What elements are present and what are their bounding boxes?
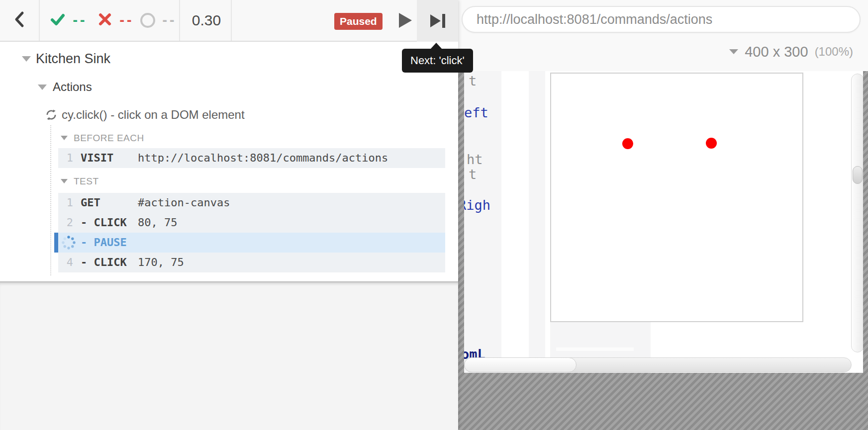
spinner-icon	[61, 235, 76, 253]
command-name: VISIT	[81, 148, 113, 168]
aut-iframe: t eft ht t Righ omL	[464, 71, 863, 373]
code-fragment: Righ	[464, 197, 490, 213]
command-number: 1	[60, 148, 73, 168]
play-icon	[399, 13, 412, 28]
toolbar-divider	[39, 0, 40, 41]
command-args: #action-canvas	[138, 193, 230, 213]
circle-icon	[140, 13, 155, 28]
suite-actions[interactable]: Actions	[0, 79, 458, 95]
horizontal-scrollbar-thumb[interactable]	[464, 357, 577, 372]
command-args: 80, 75	[138, 213, 177, 233]
command-row-click-1[interactable]: 2 - CLICK 80, 75	[58, 213, 445, 233]
code-block-column	[529, 71, 545, 373]
command-name: GET	[81, 193, 100, 213]
step-forward-icon	[430, 14, 441, 27]
aut-stage-background: t eft ht t Righ omL	[458, 71, 868, 430]
command-name: - CLICK	[81, 253, 127, 272]
code-fragment: ht	[467, 152, 483, 167]
hook-label: BEFORE EACH	[74, 132, 144, 145]
test-cy-click[interactable]: cy.click() - click on a DOM element	[0, 106, 458, 123]
reporter-panel: -- -- -- 0.30 Paused	[0, 0, 458, 430]
run-duration: 0.30	[182, 0, 231, 41]
test-title: cy.click() - click on a DOM element	[62, 106, 245, 123]
chevron-left-icon	[12, 9, 27, 31]
hook-before-each[interactable]: BEFORE EACH	[0, 132, 398, 145]
viewport-zoom: (100%)	[815, 45, 853, 59]
back-button[interactable]	[0, 0, 39, 41]
viewport-selector[interactable]: 400 x 300 (100%)	[729, 42, 853, 62]
pending-count: --	[161, 13, 176, 27]
command-name: - PAUSE	[81, 233, 127, 253]
passed-count: --	[72, 13, 86, 27]
command-name: - CLICK	[81, 213, 127, 233]
aut-header: http://localhost:8081/commands/actions 4…	[458, 0, 868, 71]
caret-down-icon	[729, 49, 738, 54]
command-row-click-2[interactable]: 4 - CLICK 170, 75	[58, 253, 445, 272]
check-icon	[50, 11, 66, 29]
command-row-get[interactable]: 1 GET #action-canvas	[58, 193, 445, 213]
command-row-pause[interactable]: - PAUSE	[54, 233, 445, 253]
x-icon	[97, 12, 112, 29]
address-bar[interactable]: http://localhost:8081/commands/actions	[462, 6, 861, 33]
click-marker-dot	[622, 138, 633, 149]
suite-label: Actions	[53, 79, 92, 95]
hook-label: TEST	[74, 175, 99, 188]
paused-status-badge: Paused	[334, 13, 383, 30]
next-step-button[interactable]	[417, 0, 458, 42]
caret-down-icon	[61, 179, 68, 183]
aut-panel: http://localhost:8081/commands/actions 4…	[458, 0, 868, 430]
command-args: http://localhost:8081/commands/actions	[138, 148, 388, 168]
vertical-scrollbar-track[interactable]	[851, 74, 863, 352]
code-fragment: eft	[464, 105, 488, 120]
stat-passed: --	[50, 0, 86, 41]
stat-pending: --	[140, 0, 176, 41]
reporter-toolbar: -- -- -- 0.30 Paused	[0, 0, 458, 42]
code-fragment: t	[469, 73, 477, 88]
command-row-visit[interactable]: 1 VISIT http://localhost:8081/commands/a…	[58, 148, 445, 168]
refresh-icon	[45, 108, 58, 123]
command-args: 170, 75	[138, 253, 184, 272]
code-fragment: t	[469, 167, 477, 182]
vertical-scrollbar-thumb[interactable]	[853, 166, 863, 184]
caret-down-icon	[22, 56, 31, 62]
code-block-divider	[556, 347, 634, 351]
command-number: 1	[60, 193, 73, 213]
code-block-clipped: t eft ht t Righ omL	[464, 71, 501, 373]
test-content-guide-line	[50, 125, 51, 275]
command-number: 2	[60, 213, 73, 233]
caret-down-icon	[38, 85, 47, 90]
caret-down-icon	[61, 136, 68, 140]
toolbar-divider	[231, 0, 232, 41]
click-marker-dot	[706, 138, 717, 149]
suite-kitchen-sink[interactable]: Kitchen Sink	[0, 50, 458, 68]
stat-failed: --	[97, 0, 133, 41]
suite-label: Kitchen Sink	[36, 50, 110, 68]
cypress-test-runner: -- -- -- 0.30 Paused	[0, 0, 868, 430]
viewport-size: 400 x 300	[745, 44, 808, 60]
reporter-footer	[0, 281, 458, 430]
step-forward-icon-bar	[442, 14, 445, 28]
resume-button[interactable]	[392, 7, 419, 34]
action-canvas[interactable]	[550, 73, 803, 322]
hook-test[interactable]: TEST	[0, 175, 398, 188]
url-text: http://localhost:8081/commands/actions	[477, 7, 712, 32]
toolbar-divider	[179, 0, 180, 41]
failed-count: --	[118, 13, 133, 27]
next-step-tooltip: Next: 'click'	[402, 49, 473, 73]
command-number: 4	[60, 253, 73, 272]
